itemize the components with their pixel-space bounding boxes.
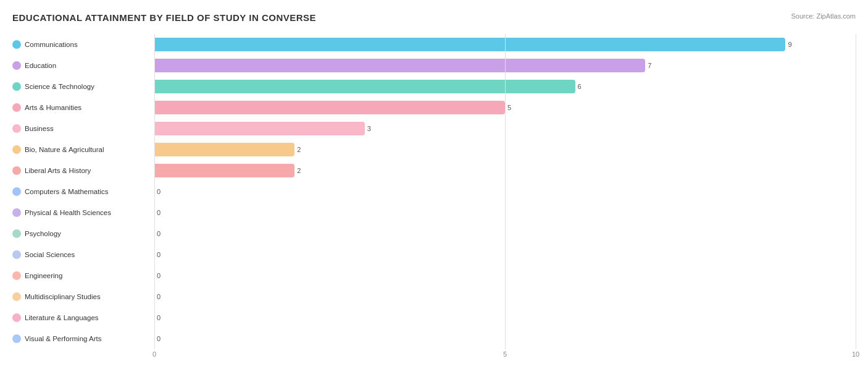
bar-value-label: 2 — [297, 167, 301, 174]
bar-row: Arts & Humanities5 — [12, 97, 856, 118]
bar-label-text: Physical & Health Sciences — [25, 209, 111, 216]
bar-value-label: 0 — [157, 272, 161, 279]
bar-value-label: 0 — [157, 251, 161, 258]
bar-label: Arts & Humanities — [12, 103, 154, 112]
bar-row: Visual & Performing Arts0 — [12, 328, 856, 349]
bar-row: Psychology0 — [12, 223, 856, 244]
color-dot — [12, 271, 21, 280]
bar-label: Business — [12, 124, 154, 133]
bar-fill — [154, 38, 785, 51]
bar-label: Science & Technology — [12, 82, 154, 91]
bar-track: 0 — [154, 269, 856, 282]
bar-row: Physical & Health Sciences0 — [12, 202, 856, 223]
bar-label-text: Education — [25, 62, 56, 69]
bar-label-text: Communications — [25, 41, 78, 48]
color-dot — [12, 229, 21, 238]
bar-label-text: Psychology — [25, 230, 61, 237]
bar-value-label: 3 — [367, 125, 371, 132]
bar-value-label: 9 — [788, 41, 791, 48]
bar-label-text: Multidisciplinary Studies — [25, 293, 101, 300]
bar-track: 3 — [154, 122, 856, 135]
bar-track: 5 — [154, 101, 856, 114]
bar-row: Education7 — [12, 55, 856, 76]
chart-area: Communications9Education7Science & Techn… — [12, 34, 856, 344]
bar-track: 9 — [154, 38, 856, 51]
bar-track: 2 — [154, 143, 856, 156]
bar-fill — [154, 164, 294, 177]
bar-track: 0 — [154, 185, 856, 198]
bar-fill — [154, 80, 575, 93]
color-dot — [12, 40, 21, 49]
bar-row: Engineering0 — [12, 265, 856, 286]
bar-track: 0 — [154, 227, 856, 240]
bar-label: Engineering — [12, 271, 154, 280]
bar-fill — [154, 122, 365, 135]
x-axis-tick: 5 — [503, 350, 507, 358]
bar-value-label: 0 — [157, 230, 161, 237]
bar-row: Communications9 — [12, 34, 856, 55]
bar-row: Science & Technology6 — [12, 76, 856, 97]
bar-label: Communications — [12, 40, 154, 49]
bar-label-text: Visual & Performing Arts — [25, 335, 101, 342]
bar-label: Visual & Performing Arts — [12, 334, 154, 343]
bar-label: Education — [12, 61, 154, 70]
bar-label-text: Arts & Humanities — [25, 104, 81, 111]
color-dot — [12, 208, 21, 217]
chart-title: EDUCATIONAL ATTAINMENT BY FIELD OF STUDY… — [12, 12, 316, 23]
bar-label: Liberal Arts & History — [12, 166, 154, 175]
bar-label-text: Bio, Nature & Agricultural — [25, 146, 104, 153]
bar-fill — [154, 143, 294, 156]
color-dot — [12, 61, 21, 70]
bar-label: Bio, Nature & Agricultural — [12, 145, 154, 154]
bar-row: Business3 — [12, 118, 856, 139]
bar-value-label: 7 — [648, 62, 651, 69]
color-dot — [12, 292, 21, 301]
bar-row: Bio, Nature & Agricultural2 — [12, 139, 856, 160]
color-dot — [12, 187, 21, 196]
chart-source: Source: ZipAtlas.com — [791, 12, 856, 20]
bar-track: 0 — [154, 206, 856, 219]
grid-line — [856, 34, 856, 349]
bar-value-label: 2 — [297, 146, 301, 153]
bar-value-label: 0 — [157, 314, 161, 321]
bar-row: Computers & Mathematics0 — [12, 181, 856, 202]
bar-label-text: Science & Technology — [25, 83, 94, 90]
bar-track: 0 — [154, 311, 856, 324]
bar-label: Social Sciences — [12, 250, 154, 259]
color-dot — [12, 313, 21, 322]
bar-track: 7 — [154, 59, 856, 72]
color-dot — [12, 82, 21, 91]
bar-value-label: 0 — [157, 293, 161, 300]
bar-label: Literature & Languages — [12, 313, 154, 322]
bar-value-label: 6 — [578, 83, 582, 90]
color-dot — [12, 250, 21, 259]
bar-track: 0 — [154, 248, 856, 261]
chart-header: EDUCATIONAL ATTAINMENT BY FIELD OF STUDY… — [12, 12, 856, 23]
color-dot — [12, 334, 21, 343]
bar-label-text: Engineering — [25, 272, 62, 279]
bar-label: Physical & Health Sciences — [12, 208, 154, 217]
bars-section: Communications9Education7Science & Techn… — [12, 34, 856, 349]
bar-fill — [154, 101, 505, 114]
x-axis-tick: 0 — [152, 350, 156, 358]
bar-row: Literature & Languages0 — [12, 307, 856, 328]
bar-label-text: Computers & Mathematics — [25, 188, 109, 195]
bar-label: Computers & Mathematics — [12, 187, 154, 196]
bar-row: Multidisciplinary Studies0 — [12, 286, 856, 307]
bar-value-label: 5 — [507, 104, 511, 111]
color-dot — [12, 103, 21, 112]
bar-label: Multidisciplinary Studies — [12, 292, 154, 301]
bar-value-label: 0 — [157, 209, 161, 216]
color-dot — [12, 145, 21, 154]
bar-label-text: Business — [25, 125, 54, 132]
bar-value-label: 0 — [157, 335, 161, 342]
bar-value-label: 0 — [157, 188, 161, 195]
bar-label-text: Social Sciences — [25, 251, 75, 258]
bar-track: 6 — [154, 80, 856, 93]
bar-label-text: Literature & Languages — [25, 314, 99, 321]
bar-row: Social Sciences0 — [12, 244, 856, 265]
bar-track: 2 — [154, 164, 856, 177]
bar-track: 0 — [154, 332, 856, 345]
chart-container: EDUCATIONAL ATTAINMENT BY FIELD OF STUDY… — [0, 0, 868, 390]
bar-row: Liberal Arts & History2 — [12, 160, 856, 181]
